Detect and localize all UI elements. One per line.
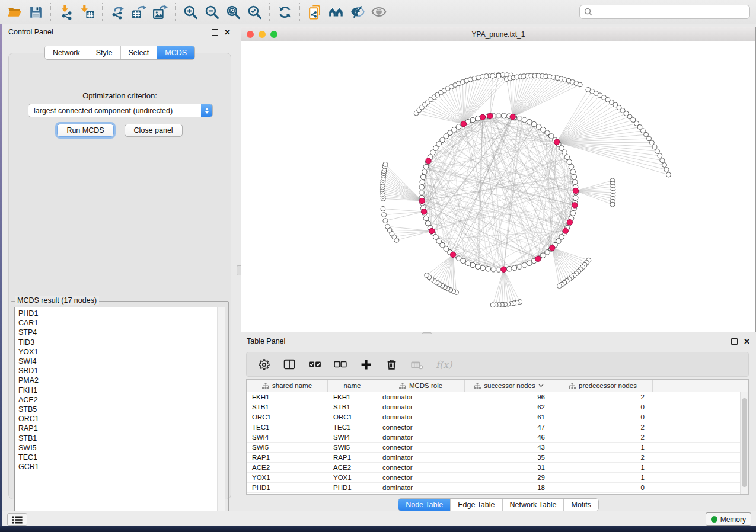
mcds-highlighted-node[interactable] (421, 209, 426, 214)
network-node[interactable] (567, 159, 572, 165)
network-node[interactable] (461, 258, 466, 264)
network-node[interactable] (512, 265, 517, 271)
delete-column-trash-icon[interactable] (385, 358, 398, 371)
export-network-icon[interactable] (107, 2, 128, 22)
network-node[interactable] (381, 206, 385, 211)
column-header-shared-name[interactable]: shared name (247, 380, 328, 392)
zoom-selected-icon[interactable] (244, 2, 265, 22)
zoom-in-icon[interactable] (180, 2, 201, 22)
deselect-all-rows-icon[interactable] (334, 358, 347, 371)
network-node[interactable] (490, 303, 495, 307)
mcds-result-item[interactable]: PHD1 (15, 309, 218, 318)
control-tab-network[interactable]: Network (45, 46, 88, 59)
table-cell[interactable]: ACE2 (247, 463, 328, 472)
network-node[interactable] (496, 113, 502, 118)
table-cell[interactable]: 62 (465, 402, 553, 412)
mcds-result-item[interactable]: STB5 (15, 405, 218, 414)
network-node[interactable] (610, 202, 615, 207)
table-scrollbar[interactable] (740, 392, 748, 494)
network-node[interactable] (433, 235, 438, 240)
network-node[interactable] (559, 146, 564, 151)
table-cell[interactable]: SWI4 (247, 432, 328, 442)
network-node[interactable] (541, 253, 546, 258)
table-cell[interactable]: RAP1 (328, 453, 377, 462)
mcds-highlighted-node[interactable] (419, 198, 425, 203)
control-panel-float-icon[interactable] (212, 29, 218, 36)
table-cell[interactable]: STB1 (247, 402, 328, 412)
create-column-plus-icon[interactable] (359, 358, 372, 371)
table-cell[interactable]: 0 (553, 402, 653, 412)
control-tab-mcds[interactable]: MCDS (157, 46, 194, 59)
table-tab-node-table[interactable]: Node Table (398, 499, 451, 511)
table-cell[interactable]: 0 (553, 412, 653, 422)
network-node[interactable] (476, 264, 481, 270)
network-node[interactable] (425, 220, 430, 226)
table-cell[interactable]: connector (377, 443, 465, 452)
mcds-result-item[interactable]: SWI4 (15, 357, 218, 366)
table-cell[interactable]: PHD1 (328, 483, 377, 492)
table-cell[interactable]: dominator (377, 412, 465, 422)
network-node[interactable] (666, 172, 671, 177)
table-row[interactable]: RAP1RAP1dominator352 (247, 453, 748, 463)
table-cell[interactable]: 96 (465, 392, 553, 402)
mcds-result-item[interactable]: GCR1 (15, 462, 218, 472)
network-node[interactable] (647, 136, 652, 141)
table-row[interactable]: TEC1TEC1connector472 (247, 422, 748, 432)
mcds-result-item[interactable]: SWI5 (15, 443, 218, 453)
table-cell[interactable]: 35 (465, 453, 553, 462)
table-cell[interactable]: 29 (465, 473, 553, 482)
network-node[interactable] (517, 116, 522, 121)
save-session-icon[interactable] (25, 2, 46, 22)
network-node[interactable] (527, 261, 532, 266)
hide-graphics-details-icon[interactable] (347, 2, 368, 22)
column-header-name[interactable]: name (328, 380, 377, 392)
network-node[interactable] (658, 153, 662, 158)
memory-button[interactable]: Memory (706, 512, 751, 526)
network-node[interactable] (470, 117, 476, 123)
table-cell[interactable]: 1 (553, 463, 653, 472)
table-row[interactable]: SWI4SWI4dominator462 (247, 432, 748, 443)
mcds-result-item[interactable]: TEC1 (15, 453, 218, 462)
table-row[interactable]: ACE2ACE2connector311 (247, 463, 748, 473)
table-tab-edge-table[interactable]: Edge Table (451, 499, 502, 511)
select-all-rows-icon[interactable] (308, 358, 321, 371)
network-node[interactable] (573, 196, 578, 201)
mcds-result-list[interactable]: PHD1CAR1STP4TID3YOX1SWI4SRD1PMA2FKH1ACE2… (14, 307, 225, 518)
network-node[interactable] (506, 266, 512, 271)
mcds-highlighted-node[interactable] (567, 219, 572, 225)
table-cell[interactable]: 2 (553, 432, 653, 442)
column-header-successor-nodes[interactable]: successor nodes (465, 380, 553, 392)
table-cell[interactable]: dominator (377, 392, 465, 402)
network-node[interactable] (522, 262, 527, 268)
table-cell[interactable]: dominator (377, 432, 465, 442)
network-node[interactable] (385, 224, 390, 229)
table-cell[interactable]: ORC1 (328, 412, 377, 422)
network-node[interactable] (452, 127, 457, 132)
table-cell[interactable]: YOX1 (247, 473, 328, 482)
network-node[interactable] (536, 124, 541, 130)
mcds-result-item[interactable]: STP4 (15, 328, 218, 337)
table-cell[interactable]: STB1 (328, 402, 377, 412)
show-graphics-details-icon[interactable] (368, 2, 390, 22)
table-cell[interactable]: connector (377, 422, 465, 432)
table-cell[interactable]: 47 (465, 422, 553, 432)
network-node[interactable] (664, 168, 669, 172)
table-cell[interactable]: SWI4 (328, 432, 377, 442)
table-settings-gear-icon[interactable] (257, 358, 270, 371)
table-cell[interactable]: FKH1 (247, 392, 328, 402)
network-from-file-icon[interactable] (304, 2, 326, 22)
export-image-icon[interactable] (149, 2, 171, 22)
run-mcds-button[interactable]: Run MCDS (57, 124, 113, 137)
refresh-view-icon[interactable] (274, 2, 295, 22)
mcds-result-item[interactable]: PMA2 (15, 376, 218, 385)
network-node[interactable] (423, 164, 429, 169)
network-node[interactable] (422, 169, 428, 175)
network-node[interactable] (644, 132, 649, 137)
network-node[interactable] (420, 180, 425, 185)
table-cell[interactable]: 18 (465, 483, 553, 492)
mcds-highlighted-node[interactable] (554, 139, 559, 145)
table-tab-motifs[interactable]: Motifs (564, 499, 598, 511)
mcds-highlighted-node[interactable] (510, 114, 515, 119)
network-node[interactable] (430, 150, 436, 155)
table-cell[interactable]: 0 (553, 483, 653, 492)
